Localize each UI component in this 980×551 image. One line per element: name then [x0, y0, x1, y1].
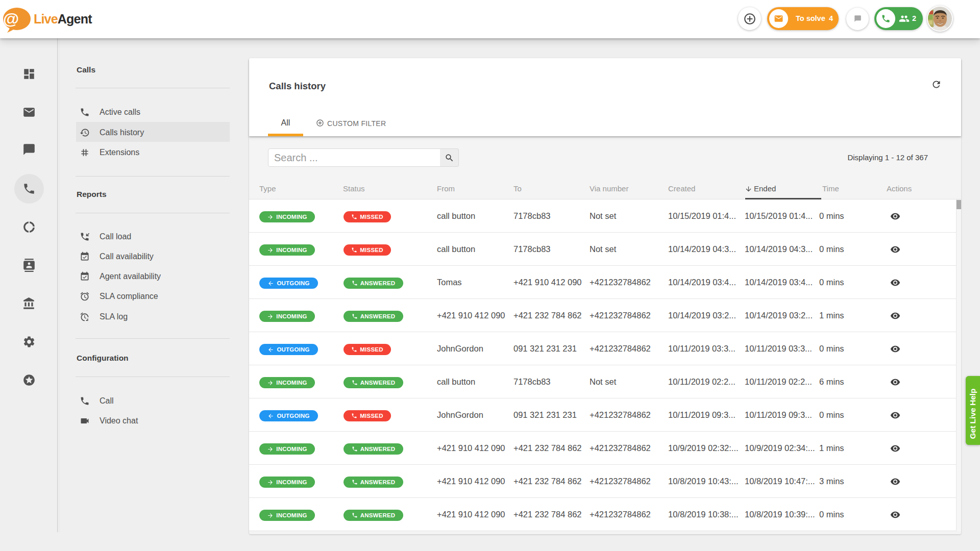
svg-text:@: @	[3, 10, 19, 28]
